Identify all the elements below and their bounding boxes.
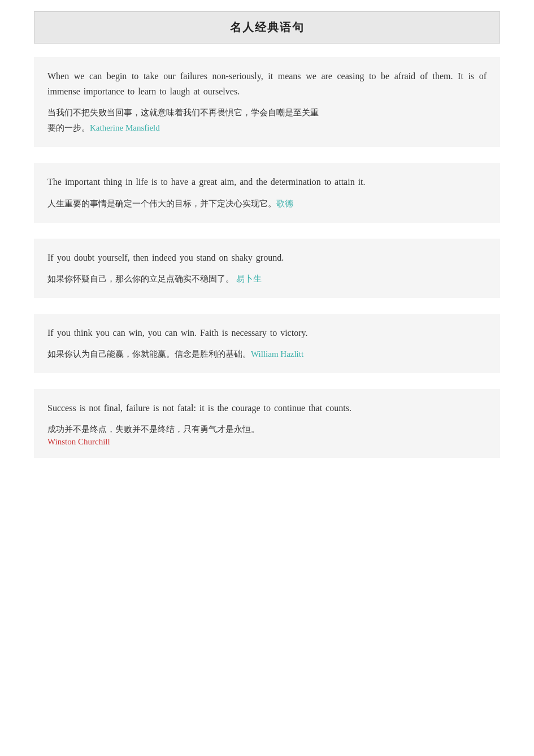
quote-chinese-2: 人生重要的事情是确定一个伟大的目标，并下定决心实现它。歌德 xyxy=(47,196,487,211)
quote-block-2: The important thing in life is to have a… xyxy=(34,163,500,222)
author-line-5: Winston Churchill xyxy=(47,437,487,447)
quote-english-4: If you think you can win, you can win. F… xyxy=(47,325,487,340)
quote-block-5: Success is not final, failure is not fat… xyxy=(34,389,500,458)
quote-chinese-3: 如果你怀疑自己，那么你的立足点确实不稳固了。 易卜生 xyxy=(47,271,487,287)
author-name-3: 易卜生 xyxy=(236,274,262,283)
quote-block-1: When we can begin to take our failures n… xyxy=(34,57,500,147)
author-name-4: William Hazlitt xyxy=(251,349,303,358)
page-title: 名人经典语句 xyxy=(230,21,305,33)
quote-chinese-4: 如果你认为自己能赢，你就能赢。信念是胜利的基础。William Hazlitt xyxy=(47,346,487,362)
quote-chinese-1-line2: 要的一步。Katherine Mansfield xyxy=(47,120,487,136)
quote-english-3: If you doubt yourself, then indeed you s… xyxy=(47,250,487,265)
author-name-5: Winston Churchill xyxy=(47,437,110,446)
quote-english-2: The important thing in life is to have a… xyxy=(47,174,487,189)
author-name-1: Katherine Mansfield xyxy=(90,123,160,132)
author-name-2: 歌德 xyxy=(276,199,293,208)
quote-english-5: Success is not final, failure is not fat… xyxy=(47,400,487,416)
page-header: 名人经典语句 xyxy=(34,11,500,44)
quote-block-4: If you think you can win, you can win. F… xyxy=(34,314,500,373)
quote-english-1: When we can begin to take our failures n… xyxy=(47,68,487,99)
quote-chinese-1-line1: 当我们不把失败当回事，这就意味着我们不再畏惧它，学会自嘲是至关重 xyxy=(47,105,487,120)
quote-chinese-5: 成功并不是终点，失败并不是终结，只有勇气才是永恒。 xyxy=(47,421,487,437)
quote-block-3: If you doubt yourself, then indeed you s… xyxy=(34,239,500,298)
